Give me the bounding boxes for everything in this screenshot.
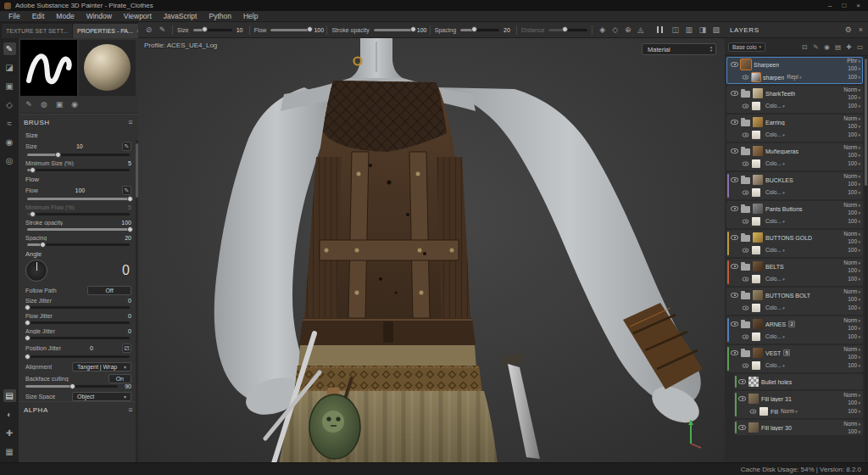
brush-stroke-preview[interactable] — [20, 40, 77, 96]
visibility-eye-icon[interactable] — [743, 305, 749, 310]
viewport-3d[interactable]: Profile: ACES_UE4_Log Material ▲ ▼ — [138, 38, 725, 462]
opacity-dropdown[interactable]: 100 — [848, 325, 860, 332]
toolbar-spacing-slider[interactable] — [460, 29, 499, 31]
layer-thumbnail[interactable] — [753, 261, 763, 271]
channel-thumbnail[interactable] — [752, 332, 760, 341]
layer-thumbnail[interactable] — [753, 319, 763, 329]
folder-icon[interactable] — [741, 177, 750, 184]
blend-mode-dropdown[interactable]: Norm — [843, 260, 860, 266]
layer-name[interactable]: BUCKLES — [765, 177, 793, 183]
visibility-eye-icon[interactable] — [743, 190, 749, 194]
position-jitter-slider[interactable] — [27, 355, 130, 358]
channel-thumbnail[interactable] — [760, 407, 768, 416]
layer-name[interactable]: Bullet holes — [761, 379, 792, 385]
minimize-button[interactable]: – — [828, 2, 832, 9]
folder-icon[interactable] — [741, 293, 750, 299]
blend-mode-dropdown[interactable]: Norm — [843, 288, 860, 295]
sub-layer-name[interactable]: Fill — [771, 409, 778, 415]
channel-opacity-dropdown[interactable]: 100 — [848, 218, 860, 225]
min-size-slider[interactable] — [27, 169, 130, 171]
visibility-eye-icon[interactable] — [731, 350, 738, 355]
layer-row[interactable]: Sharpeen Pthr 100 sharpen Repl 100 — [726, 57, 863, 84]
follow-path-toggle[interactable]: Off — [87, 286, 131, 295]
alignment-icon[interactable]: ◈ — [597, 25, 608, 36]
toolbar-stroke-opacity-value[interactable]: 100 — [417, 27, 426, 33]
backface-culling-slider[interactable] — [25, 385, 118, 388]
preset-list-icon[interactable]: ≡ — [128, 118, 133, 126]
camera-icon[interactable]: ▥ — [683, 25, 694, 36]
channel-thumbnail[interactable] — [752, 304, 760, 312]
material-picker-tool-icon[interactable]: ◎ — [3, 154, 16, 167]
layer-name[interactable]: Pants Buttons — [765, 206, 803, 212]
layer-thumbnail[interactable] — [753, 348, 763, 358]
blend-mode-dropdown[interactable]: Norm — [843, 173, 860, 180]
preset-list-icon[interactable]: ≡ — [128, 405, 133, 414]
layer-thumbnail[interactable] — [753, 204, 763, 214]
folder-icon[interactable] — [741, 321, 750, 328]
clone-tool-icon[interactable]: ◉ — [3, 136, 16, 148]
angle-jitter-value[interactable]: 0 — [128, 328, 131, 334]
position-jitter-value[interactable]: 0 — [90, 345, 93, 351]
layer-name[interactable]: Earring — [765, 120, 785, 126]
layer-name[interactable]: BUTTONS GOLD — [765, 235, 812, 241]
layer-name[interactable]: Fill layer 30 — [761, 425, 792, 431]
visibility-eye-icon[interactable] — [731, 235, 738, 240]
layers-settings-gear-icon[interactable]: ⚙ — [845, 25, 852, 34]
toolbar-size-slider[interactable] — [193, 29, 232, 31]
shading-mode-dropdown[interactable]: Material ▲ ▼ — [642, 43, 716, 55]
visibility-eye-icon[interactable] — [731, 264, 738, 269]
close-button[interactable]: × — [856, 2, 860, 9]
layer-thumbnail[interactable] — [753, 146, 763, 156]
layer-row[interactable]: Earring Norm 100 Colo... 100 — [726, 115, 863, 142]
opacity-dropdown[interactable]: 100 — [848, 267, 860, 274]
channel-thumbnail[interactable] — [752, 73, 760, 81]
menu-edit[interactable]: Edit — [26, 12, 51, 20]
visibility-eye-icon[interactable] — [731, 206, 738, 211]
visibility-eye-icon[interactable] — [731, 293, 738, 298]
opacity-dropdown[interactable]: 100 — [848, 94, 860, 101]
layer-row[interactable]: Fill layer 30 Norm 100 — [734, 420, 863, 435]
channel-thumbnail[interactable] — [752, 217, 760, 226]
material-preview[interactable] — [79, 40, 136, 96]
visibility-eye-icon[interactable] — [743, 219, 749, 223]
opacity-dropdown[interactable]: 100 — [848, 238, 860, 245]
channel-opacity-dropdown[interactable]: 100 — [848, 305, 860, 311]
blend-mode-dropdown[interactable]: Norm — [843, 144, 860, 151]
visibility-eye-icon[interactable] — [750, 409, 757, 413]
blend-mode-dropdown[interactable]: Norm — [843, 231, 860, 238]
layer-thumbnail[interactable] — [753, 290, 763, 300]
paint-tool-icon[interactable]: ✎ — [3, 42, 16, 55]
folder-icon[interactable] — [741, 206, 750, 213]
blend-mode-dropdown[interactable]: Norm — [843, 202, 860, 209]
visibility-eye-icon[interactable] — [731, 62, 738, 67]
flow-value[interactable]: 100 — [75, 187, 86, 193]
channel-blend-dropdown[interactable]: Colo... — [765, 103, 785, 109]
layer-name[interactable]: Fill layer 31 — [761, 396, 792, 402]
wrap-icon[interactable]: ◬ — [635, 25, 646, 36]
blend-mode-dropdown[interactable]: Norm — [843, 392, 860, 399]
channel-blend-dropdown[interactable]: Colo... — [765, 362, 785, 369]
mirror-icon[interactable]: ⊕ — [622, 25, 633, 36]
layer-row[interactable]: Fill layer 31 Norm 100 Fill Norm 100 — [734, 391, 863, 418]
layer-row[interactable]: BUCKLES Norm 100 Colo... 100 — [726, 172, 863, 199]
channel-blend-dropdown[interactable]: Norm — [781, 408, 798, 415]
size-jitter-slider[interactable] — [27, 306, 130, 309]
visibility-eye-icon[interactable] — [743, 161, 749, 165]
pause-engine-button[interactable] — [657, 26, 663, 33]
folder-icon[interactable] — [741, 264, 750, 271]
channel-filter-dropdown[interactable]: Base colo ▾ — [728, 42, 765, 52]
tab-brush-icon[interactable]: ✎ — [22, 98, 36, 110]
layer-thumbnail[interactable] — [748, 394, 759, 404]
channel-blend-dropdown[interactable]: Repl — [787, 74, 801, 81]
min-size-value[interactable]: 5 — [128, 160, 131, 166]
layer-thumbnail[interactable] — [753, 232, 763, 243]
layer-name[interactable]: Muñequeras — [765, 148, 798, 154]
blend-mode-dropdown[interactable]: Pthr — [847, 58, 860, 64]
add-texture-icon[interactable]: ✚ — [3, 427, 16, 439]
eraser-tool-icon[interactable]: ◪ — [3, 61, 16, 74]
layer-thumbnail[interactable] — [753, 175, 763, 185]
size-value[interactable]: 10 — [76, 143, 83, 149]
channel-blend-dropdown[interactable]: Colo... — [765, 218, 785, 225]
layer-row[interactable]: SharkTeeth Norm 100 Colo... 100 — [726, 86, 863, 113]
layer-name[interactable]: BUTTONS BOLT — [765, 293, 810, 299]
